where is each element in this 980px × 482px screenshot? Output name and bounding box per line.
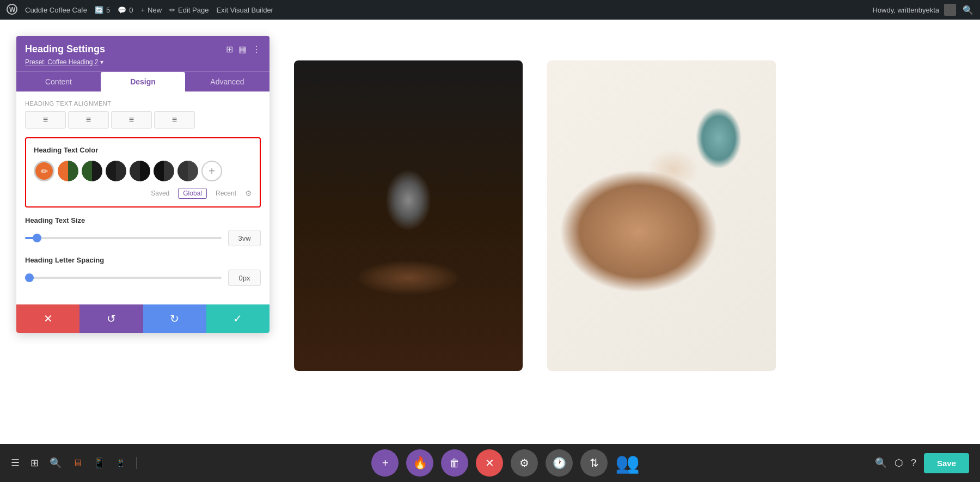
confirm-button[interactable]: ✓ bbox=[206, 304, 270, 333]
hamburger-menu-icon[interactable]: ☰ bbox=[11, 457, 20, 469]
alignment-label: Heading Text Alignment bbox=[25, 100, 261, 107]
comments-count[interactable]: 💬 0 bbox=[118, 6, 133, 14]
grid-view-icon[interactable]: ⊞ bbox=[30, 457, 39, 469]
color-swatch-dark2[interactable] bbox=[177, 161, 198, 181]
recent-tab[interactable]: Recent bbox=[216, 190, 236, 197]
settings-button[interactable]: ⚙ bbox=[511, 449, 538, 477]
mobile-view-icon[interactable]: 📱 bbox=[116, 459, 125, 467]
size-slider-track[interactable] bbox=[25, 237, 222, 239]
history-button[interactable]: 🕐 bbox=[546, 449, 573, 477]
spacing-value[interactable]: 0px bbox=[228, 270, 261, 286]
more-options-icon[interactable]: ⋮ bbox=[252, 44, 261, 54]
panel-title: Heading Settings bbox=[25, 44, 105, 55]
help-icon[interactable]: ? bbox=[911, 457, 916, 469]
undo-button[interactable]: ↺ bbox=[79, 304, 143, 333]
search-pages-icon[interactable]: 🔍 bbox=[875, 457, 887, 469]
add-module-button[interactable]: + bbox=[371, 449, 399, 477]
color-section-title: Heading Text Color bbox=[34, 146, 252, 154]
panel-header: Heading Settings ⊞ ▦ ⋮ Preset: Coffee He… bbox=[16, 36, 270, 71]
spacing-slider-track[interactable] bbox=[25, 277, 222, 279]
color-swatches: + bbox=[34, 161, 252, 181]
color-swatch-darkgreen[interactable] bbox=[82, 161, 102, 181]
save-button[interactable]: Save bbox=[924, 453, 969, 473]
tab-design[interactable]: Design bbox=[101, 72, 185, 91]
tab-content[interactable]: Content bbox=[16, 72, 101, 91]
desktop-view-icon[interactable]: 🖥 bbox=[72, 457, 82, 469]
close-button[interactable]: ✕ bbox=[476, 449, 503, 477]
panel-body: Heading Text Alignment ≡ ≡ ≡ ≡ Heading T… bbox=[16, 91, 270, 304]
saved-tab[interactable]: Saved bbox=[151, 190, 169, 197]
layout-icon[interactable]: ▦ bbox=[238, 44, 247, 54]
exit-builder-button[interactable]: Exit Visual Builder bbox=[216, 6, 273, 14]
coffee-grinder-image bbox=[294, 60, 523, 371]
alignment-section: Heading Text Alignment ≡ ≡ ≡ ≡ bbox=[25, 100, 261, 129]
color-settings-icon[interactable]: ⚙ bbox=[245, 189, 252, 198]
user-greeting: Howdy, writtenbyekta bbox=[872, 4, 956, 16]
search-tool-icon[interactable]: 🔍 bbox=[50, 457, 62, 469]
layers-icon[interactable]: ⬡ bbox=[895, 457, 903, 469]
color-tabs: Saved Global Recent ⚙ bbox=[34, 188, 252, 199]
color-swatch-active[interactable] bbox=[34, 161, 54, 181]
color-section: Heading Text Color + bbox=[25, 137, 261, 208]
portability-button[interactable]: 👥 bbox=[615, 452, 640, 474]
global-tab[interactable]: Global bbox=[178, 188, 207, 199]
heading-spacing-label: Heading Letter Spacing bbox=[25, 256, 261, 264]
color-swatch-black2[interactable] bbox=[130, 161, 150, 181]
divi-button[interactable]: 🔥 bbox=[406, 449, 433, 477]
align-right-btn[interactable]: ≡ bbox=[111, 111, 152, 129]
wp-logo[interactable]: W bbox=[7, 4, 17, 16]
redo-button[interactable]: ↻ bbox=[143, 304, 206, 333]
settings-panel: Heading Settings ⊞ ▦ ⋮ Preset: Coffee He… bbox=[16, 36, 270, 333]
new-button[interactable]: + New bbox=[140, 6, 162, 14]
tab-advanced[interactable]: Advanced bbox=[185, 72, 270, 91]
expand-icon[interactable]: ⊞ bbox=[226, 44, 233, 54]
heading-size-section: Heading Text Size 3vw bbox=[25, 216, 261, 246]
updates-count[interactable]: 🔄 5 bbox=[95, 6, 110, 14]
adjust-button[interactable]: ⇅ bbox=[580, 449, 608, 477]
cancel-button[interactable]: ✕ bbox=[16, 304, 79, 333]
panel-actions: ✕ ↺ ↻ ✓ bbox=[16, 304, 270, 333]
panel-preset[interactable]: Preset: Coffee Heading 2 ▾ bbox=[25, 58, 261, 66]
bottom-toolbar: ☰ ⊞ 🔍 🖥 📱 📱 + 🔥 🗑 bbox=[0, 444, 980, 482]
heading-spacing-section: Heading Letter Spacing 0px bbox=[25, 256, 261, 286]
size-value[interactable]: 3vw bbox=[228, 230, 261, 246]
main-content: g ee, ew. ☰ ⊞ 🔍 🖥 📱 📱 + bbox=[0, 20, 980, 482]
heading-size-label: Heading Text Size bbox=[25, 216, 261, 224]
color-swatch-black1[interactable] bbox=[106, 161, 126, 181]
panel-tabs: Content Design Advanced bbox=[16, 71, 270, 91]
tablet-view-icon[interactable]: 📱 bbox=[93, 457, 105, 469]
align-justify-btn[interactable]: ≡ bbox=[154, 111, 195, 129]
color-swatch-dark1[interactable] bbox=[154, 161, 174, 181]
add-color-button[interactable]: + bbox=[201, 161, 222, 181]
svg-text:W: W bbox=[9, 6, 16, 14]
admin-search-icon[interactable]: 🔍 bbox=[963, 5, 973, 15]
delete-button[interactable]: 🗑 bbox=[441, 449, 468, 477]
color-swatch-orange[interactable] bbox=[58, 161, 78, 181]
align-left-btn[interactable]: ≡ bbox=[25, 111, 66, 129]
site-name[interactable]: Cuddle Coffee Cafe bbox=[25, 6, 87, 14]
edit-page-button[interactable]: ✏ Edit Page bbox=[169, 6, 209, 14]
admin-bar: W Cuddle Coffee Cafe 🔄 5 💬 0 + New ✏ Edi… bbox=[0, 0, 980, 20]
toast-image bbox=[547, 60, 776, 371]
align-center-btn[interactable]: ≡ bbox=[68, 111, 109, 129]
